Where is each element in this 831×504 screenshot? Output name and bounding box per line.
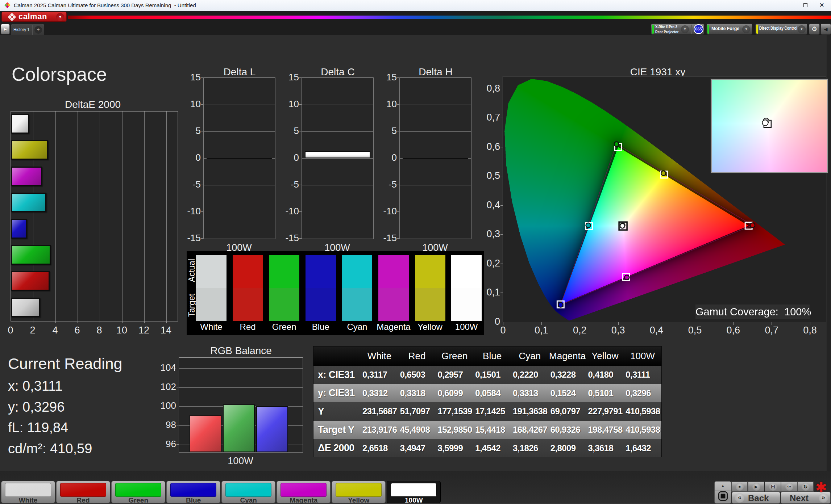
refresh-button[interactable]: ↻ — [797, 482, 814, 492]
table-cell-magenta: 2,8009 — [549, 439, 586, 457]
delta_h-tick — [397, 185, 399, 185]
table-row-label: Y — [313, 402, 361, 421]
delta-h-plot — [399, 77, 471, 239]
deltae-x-tick-label: 0 — [3, 325, 18, 336]
minimize-button[interactable]: – — [781, 0, 797, 11]
deltae-tick — [11, 321, 11, 323]
settings-gear-button[interactable]: ⚙ — [809, 24, 820, 35]
display-dropdown-icon[interactable]: ▼ — [798, 25, 806, 33]
stop-button[interactable]: ■ — [731, 482, 748, 492]
table-header-Red: Red — [398, 346, 436, 366]
expand-icon[interactable]: ▲ — [715, 482, 731, 491]
delta_l-y-tick-label: 10 — [176, 98, 201, 110]
table-cell-blue: 1,4542 — [473, 439, 511, 457]
logo-dropdown-icon[interactable]: ▼ — [56, 13, 64, 21]
meter-badge[interactable]: 665 — [694, 24, 703, 34]
table-cell-blue: 17,1425 — [473, 402, 511, 421]
delta_c-y-tick-label: 0 — [274, 152, 299, 163]
measure-series-icon: [··] — [769, 483, 777, 491]
page-title: Colorspace — [12, 63, 107, 85]
pattern-button-red[interactable]: Red — [56, 481, 110, 503]
deltae-tick — [33, 321, 33, 323]
cie-y-tick-label: 0,5 — [471, 170, 500, 181]
measure-series-button[interactable]: [··] — [765, 482, 781, 492]
table-row-label: y: CIE31 — [313, 384, 361, 403]
table-cell-blue: 0,1501 — [473, 366, 511, 384]
delta_l-gridline — [204, 131, 275, 132]
pattern-button-blue[interactable]: Blue — [166, 481, 220, 503]
pattern-label: Yellow — [332, 496, 385, 504]
cie-x-tick — [541, 322, 542, 325]
table-cell-white: 213,9176 — [361, 421, 398, 439]
meter-dropdown[interactable]: X-Rite i1Pro 3 Rear Projector ▼ 665 — [651, 24, 704, 35]
table-row-label: Target Y — [313, 421, 361, 439]
add-tab-button[interactable]: + — [34, 26, 42, 34]
table-cell-100w: 410,5938 — [624, 402, 661, 421]
cie-y-tick-label: 0,2 — [471, 258, 500, 269]
rgb-tick — [176, 368, 179, 368]
meter-dropdown-icon[interactable]: ▼ — [681, 25, 689, 33]
delta_c-gridline — [302, 212, 373, 212]
delta_h-tick — [397, 77, 399, 78]
table-cell-cyan: 168,4267 — [511, 421, 549, 439]
rgb-y-tick-label: 102 — [151, 381, 176, 392]
tab-history-1[interactable]: History 1 + — [11, 24, 44, 35]
cie-x-tick — [503, 322, 503, 325]
delta_c-tick — [299, 104, 302, 105]
delta_l-zero-bar — [207, 158, 272, 159]
pattern-button-cyan[interactable]: Cyan — [221, 481, 275, 503]
source-dropdown-icon[interactable]: ▼ — [742, 25, 750, 33]
refresh-icon: ↻ — [802, 483, 810, 491]
table-header-White: White — [361, 346, 398, 366]
close-button[interactable]: ✕ — [814, 0, 830, 11]
table-cell-yellow: 227,9791 — [586, 402, 624, 421]
delta_h-zero-bar — [403, 158, 468, 159]
rgb-x-label: 100W — [179, 455, 302, 467]
back-button[interactable]: « Back — [732, 492, 780, 504]
current-reading-title: Current Reading — [8, 355, 122, 373]
delta_c-y-tick-label: -15 — [274, 232, 299, 244]
swatch-blue — [306, 255, 336, 320]
deltae-bar-yellow — [11, 140, 48, 160]
delta_c-tick — [299, 238, 302, 239]
calman-window: Calman 2025 Calman Ultimate for Business… — [0, 0, 831, 504]
source-status-bar — [707, 25, 709, 34]
pattern-button-100w[interactable]: 100W — [387, 481, 441, 503]
delta-h-title: Delta H — [399, 66, 472, 78]
rgb-balance-plot — [179, 357, 303, 453]
play-button[interactable]: ▶ — [748, 482, 764, 492]
calman-menu-button[interactable]: calman ▼ — [1, 12, 67, 22]
next-label: Next — [790, 493, 809, 503]
pattern-label: Red — [57, 496, 110, 504]
whitepoint-inset-canvas — [712, 80, 827, 172]
display-control-dropdown[interactable]: Direct Display Control ▼ — [755, 24, 807, 35]
source-dropdown[interactable]: Mobile Forge ▼ — [706, 24, 752, 35]
rgb-y-tick-label: 100 — [151, 400, 176, 411]
pattern-button-magenta[interactable]: Magenta — [277, 481, 331, 503]
delta_h-y-tick-label: 15 — [372, 72, 397, 83]
tab-scroll-button[interactable]: ▶ — [1, 24, 10, 34]
table-cell-100w: 0,3296 — [624, 384, 661, 403]
pattern-button-white[interactable]: White — [1, 481, 55, 503]
cie-x-tick-label: 0,1 — [531, 325, 552, 336]
cie-x-tick-label: 0,6 — [722, 325, 744, 336]
pattern-button-green[interactable]: Green — [111, 481, 165, 503]
table-row-label: ΔE 2000 — [313, 439, 361, 457]
rgb-y-tick-label: 96 — [151, 438, 176, 450]
table-cell-white: 2,6518 — [361, 439, 398, 457]
pattern-button-yellow[interactable]: Yellow — [332, 481, 386, 503]
measure-standby-button[interactable]: ▲ — [714, 481, 731, 504]
maximize-button[interactable] — [797, 0, 814, 11]
table-cell-red: 45,4908 — [398, 421, 436, 439]
collapse-panel-button[interactable]: ◀ — [820, 24, 831, 35]
delta-c-title: Delta C — [302, 66, 374, 78]
continuous-button[interactable]: ∞ — [781, 482, 797, 492]
deltae-x-tick-label: 4 — [48, 325, 62, 336]
swatch-target-blue — [306, 288, 336, 321]
swatch-actual-label: Actual — [187, 259, 197, 282]
meter-separator — [691, 25, 691, 34]
cie-x-tick-label: 0,5 — [684, 325, 706, 336]
swatch-magenta — [378, 255, 409, 320]
delta_h-gridline — [400, 212, 471, 212]
pattern-swatch-blue — [170, 483, 216, 497]
